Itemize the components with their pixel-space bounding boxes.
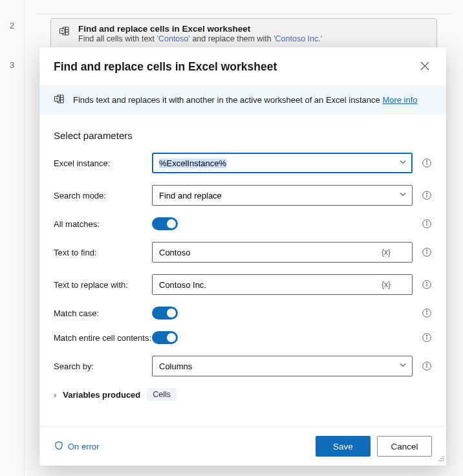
svg-point-39 — [442, 460, 444, 461]
label-excel-instance: Excel instance: — [54, 158, 152, 168]
svg-point-34 — [442, 456, 444, 457]
info-icon[interactable] — [413, 219, 432, 229]
chevron-down-icon — [399, 362, 407, 371]
action-card-subtitle: Find all cells with text 'Contoso' and r… — [78, 34, 322, 43]
label-match-case: Match case: — [54, 308, 152, 318]
svg-point-27 — [426, 310, 427, 311]
info-icon[interactable] — [413, 247, 432, 257]
action-dialog: Find and replace cells in Excel workshee… — [39, 47, 446, 466]
label-match-entire: Match entire cell contents: — [54, 333, 152, 343]
svg-point-12 — [426, 160, 427, 161]
text-to-find-input[interactable] — [152, 242, 413, 263]
line-number: 3 — [0, 56, 24, 74]
info-icon[interactable] — [413, 279, 432, 290]
action-card-title: Find and replace cells in Excel workshee… — [78, 24, 322, 34]
dialog-title: Find and replace cells in Excel workshee… — [54, 60, 277, 74]
info-icon[interactable] — [413, 158, 432, 168]
excel-icon — [59, 25, 70, 39]
action-card-text: Find and replace cells in Excel workshee… — [78, 24, 322, 43]
cancel-button[interactable]: Cancel — [377, 436, 432, 457]
label-search-by: Search by: — [54, 362, 152, 371]
info-icon[interactable] — [413, 190, 432, 200]
svg-point-30 — [426, 335, 427, 336]
label-search-mode: Search mode: — [54, 191, 152, 200]
match-entire-toggle[interactable] — [152, 331, 178, 344]
top-divider — [36, 0, 451, 14]
dialog-footer: On error Save Cancel — [39, 426, 446, 466]
variables-produced-row[interactable]: › Variables produced Cells — [54, 388, 432, 401]
svg-point-21 — [426, 250, 427, 250]
svg-point-36 — [442, 458, 444, 459]
info-icon[interactable] — [413, 332, 432, 343]
label-all-matches: All matches: — [54, 219, 152, 229]
chevron-down-icon — [399, 191, 407, 200]
all-matches-toggle[interactable] — [152, 217, 178, 230]
svg-point-24 — [426, 282, 427, 283]
search-mode-select[interactable]: Find and replace — [152, 185, 413, 206]
search-by-select[interactable]: Columns — [152, 356, 413, 376]
more-info-link[interactable]: More info — [382, 95, 417, 105]
chevron-down-icon — [399, 158, 407, 168]
label-text-to-replace: Text to replace with: — [54, 280, 152, 290]
resize-handle-icon[interactable] — [438, 454, 444, 464]
svg-point-35 — [440, 458, 442, 459]
svg-point-33 — [426, 363, 427, 364]
svg-point-37 — [438, 460, 440, 461]
svg-point-38 — [440, 460, 442, 461]
excel-icon — [54, 93, 65, 107]
svg-point-15 — [426, 193, 427, 193]
shield-icon — [54, 440, 64, 453]
dialog-body: Select parameters Excel instance: %Excel… — [39, 114, 446, 426]
action-card[interactable]: Find and replace cells in Excel workshee… — [50, 18, 437, 50]
match-case-toggle[interactable] — [152, 307, 178, 319]
section-heading: Select parameters — [54, 130, 432, 141]
close-icon[interactable] — [418, 59, 432, 75]
save-button[interactable]: Save — [316, 436, 371, 457]
info-bar: Finds text and replaces it with another … — [39, 85, 446, 114]
left-gutter: 2 3 — [0, 0, 25, 476]
info-icon[interactable] — [413, 361, 432, 371]
svg-point-18 — [426, 221, 427, 222]
info-text: Finds text and replaces it with another … — [73, 95, 418, 105]
label-text-to-find: Text to find: — [54, 248, 152, 257]
excel-instance-select[interactable]: %ExcelInstance% — [152, 153, 413, 173]
variable-chip[interactable]: Cells — [147, 388, 177, 401]
info-icon[interactable] — [413, 308, 432, 318]
variables-produced-label: Variables produced — [63, 390, 140, 400]
dialog-header: Find and replace cells in Excel workshee… — [39, 47, 446, 85]
text-to-replace-input[interactable] — [152, 274, 413, 295]
chevron-right-icon: › — [54, 390, 56, 400]
on-error-link[interactable]: On error — [54, 440, 99, 453]
line-number: 2 — [0, 17, 24, 34]
